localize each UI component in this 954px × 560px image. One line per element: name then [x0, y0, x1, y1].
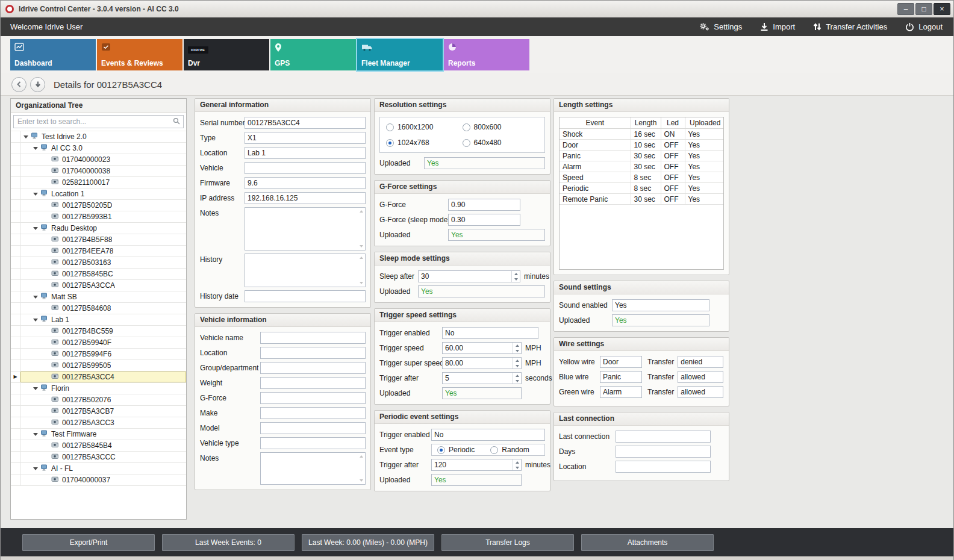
tree-expander-icon[interactable] [33, 387, 38, 390]
tree-node[interactable]: ▶ 00127B5A3CCC [11, 452, 186, 463]
footer-button[interactable]: Last Week Events: 0 [162, 534, 295, 551]
trigger-enabled-field[interactable] [442, 327, 538, 339]
table-row[interactable]: Panic 30 sec OFF Yes [560, 151, 724, 161]
resolution-radio[interactable]: 1024x768 [386, 138, 463, 147]
sleep-after-stepper[interactable] [418, 270, 520, 282]
tree-node[interactable]: ▶ 00127B503163 [11, 257, 186, 269]
tree-node[interactable]: ▶ 00127B4EEA78 [11, 246, 186, 257]
tree-node[interactable]: ▶ Matt SB [11, 291, 186, 303]
table-row[interactable]: Speed 8 sec OFF Yes [560, 172, 724, 183]
text-field[interactable] [616, 461, 711, 473]
tree-node[interactable]: ▶ 00127B599505 [11, 360, 186, 372]
resolution-radio[interactable]: 1600x1200 [386, 123, 463, 131]
tree-node[interactable]: ▶ 00127B5A3CC3 [11, 417, 186, 429]
text-field[interactable] [616, 446, 711, 458]
back-button[interactable] [11, 77, 26, 92]
footer-button[interactable]: Attachments [581, 534, 714, 551]
text-field[interactable] [260, 377, 366, 389]
tree-node[interactable]: ▶ Location 1 [11, 188, 186, 200]
text-field[interactable] [260, 392, 366, 404]
tree-node[interactable]: ▶ 00127B5994F6 [11, 349, 186, 360]
numeric-stepper[interactable] [442, 342, 522, 354]
text-field[interactable] [260, 362, 366, 374]
tree-node[interactable]: ▶ 00127B50205D [11, 200, 186, 211]
text-field[interactable] [245, 117, 366, 129]
maximize-button[interactable]: □ [915, 3, 932, 15]
table-row[interactable]: Alarm 30 sec OFF Yes [560, 161, 724, 172]
text-field[interactable] [245, 147, 366, 159]
search-input[interactable] [13, 115, 184, 128]
notes-textarea[interactable] [245, 207, 366, 250]
import-button[interactable]: Import [760, 22, 795, 31]
tree-expander-icon[interactable] [33, 147, 38, 150]
tree-node[interactable]: ▶ AI CC 3.0 [11, 143, 186, 154]
text-field[interactable] [245, 162, 366, 174]
periodic-enabled-field[interactable] [431, 429, 545, 441]
numeric-stepper[interactable] [442, 372, 522, 384]
table-row[interactable]: Remote Panic 30 sec OFF Yes [560, 194, 724, 205]
tree-node[interactable]: ▶ 00127B5845BC [11, 269, 186, 280]
tab-gps[interactable]: GPS [270, 39, 356, 70]
history-textarea[interactable] [245, 254, 366, 287]
resolution-radio[interactable]: 800x600 [463, 123, 539, 131]
close-button[interactable]: × [934, 3, 950, 15]
tree-node[interactable]: ▶ Test Firmware [11, 429, 186, 440]
footer-button[interactable]: Export/Print [22, 534, 155, 551]
text-field[interactable] [260, 422, 366, 434]
tree-expander-icon[interactable] [33, 296, 38, 299]
event-type-radio[interactable]: Random [490, 446, 529, 454]
footer-button[interactable]: Last Week: 0.00 (Miles) - 0.00 (MPH) [302, 534, 434, 551]
sound-enabled-field[interactable] [612, 299, 709, 311]
text-field[interactable] [245, 177, 366, 189]
tree-node[interactable]: ▶ 017040000037 [11, 474, 186, 486]
tree-node[interactable]: ▶ 00127B5A3CCA [11, 280, 186, 291]
wire-transfer-field[interactable] [678, 356, 723, 368]
text-field[interactable] [260, 347, 366, 359]
text-field[interactable] [245, 132, 366, 144]
tree-node[interactable]: ▶ 00127B5845B4 [11, 440, 186, 452]
tree-node[interactable]: ▶ 00127B5A3CB7 [11, 406, 186, 417]
column-header[interactable]: Event [560, 117, 631, 129]
tree-expander-icon[interactable] [33, 227, 38, 230]
text-field[interactable] [260, 437, 366, 449]
tab-dvr[interactable]: IDRIVE Dvr [184, 39, 269, 70]
tree-expander-icon[interactable] [33, 433, 38, 436]
tab-dashboard[interactable]: Dashboard [10, 39, 96, 70]
footer-button[interactable]: Transfer Logs [441, 534, 574, 551]
table-row[interactable]: Shock 16 sec ON Yes [560, 129, 724, 140]
text-field[interactable] [245, 192, 366, 204]
tree-node[interactable]: ▶ 00127B502076 [11, 394, 186, 406]
numeric-field[interactable] [448, 199, 520, 211]
resolution-radio[interactable]: 640x480 [463, 138, 539, 147]
numeric-field[interactable] [448, 214, 520, 226]
tree-node[interactable]: ▶ 017040000023 [11, 154, 186, 166]
event-type-radio[interactable]: Periodic [437, 446, 475, 454]
wire-event-field[interactable] [600, 371, 642, 383]
scroll-down-button[interactable] [30, 77, 45, 92]
settings-button[interactable]: Settings [699, 22, 742, 31]
numeric-stepper[interactable] [442, 357, 522, 369]
tree-node[interactable]: ▶ 00127B4B5F88 [11, 234, 186, 246]
text-field[interactable] [260, 332, 366, 344]
tree-node[interactable]: ▶ 025821100017 [11, 177, 186, 188]
tree-node[interactable]: ▶ AI - FL [11, 463, 186, 474]
tab-reports[interactable]: Reports [444, 39, 529, 70]
wire-transfer-field[interactable] [678, 371, 723, 383]
text-field[interactable] [616, 431, 711, 443]
wire-event-field[interactable] [600, 386, 642, 398]
column-header[interactable]: Length [631, 117, 661, 129]
tree-node[interactable]: ▶ 00127B5993B1 [11, 211, 186, 223]
history-date-field[interactable] [245, 290, 366, 302]
tree-node[interactable]: ▶ 00127B59940F [11, 337, 186, 349]
minimize-button[interactable]: – [897, 3, 914, 15]
wire-transfer-field[interactable] [678, 386, 723, 398]
column-header[interactable]: Led [661, 117, 685, 129]
tab-fleet-manager[interactable]: Fleet Manager [357, 39, 443, 70]
tree-node[interactable]: ▶ 00127B5A3CC4 [11, 372, 186, 383]
vehicle-notes-textarea[interactable] [260, 452, 366, 485]
tree-node[interactable]: ▶ Test Idrive 2.0 [11, 131, 186, 143]
wire-event-field[interactable] [600, 356, 642, 368]
tree-node[interactable]: ▶ 017040000038 [11, 166, 186, 177]
tree-node[interactable]: ▶ Radu Desktop [11, 223, 186, 234]
tree-node[interactable]: ▶ Lab 1 [11, 314, 186, 326]
